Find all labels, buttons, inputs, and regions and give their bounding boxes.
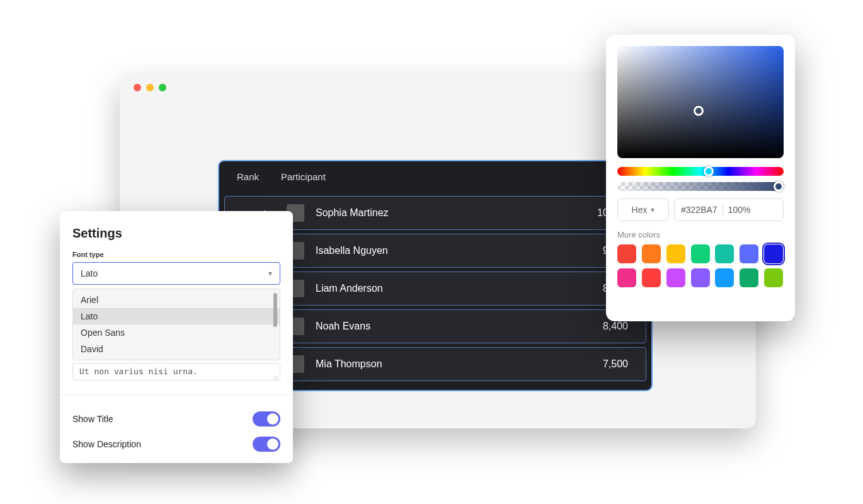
font-option[interactable]: David (73, 341, 280, 357)
minimize-dot-icon[interactable] (146, 84, 154, 91)
hex-input-group[interactable]: #322BA7 100% (674, 198, 784, 221)
cell-name: Sophia Martinez (316, 207, 578, 219)
dropdown-scrollbar[interactable] (273, 293, 277, 327)
font-type-select[interactable]: Lato ▾ (72, 262, 280, 285)
color-swatch[interactable] (740, 244, 758, 263)
saturation-value-area[interactable] (617, 46, 784, 158)
font-type-label: Font type (72, 251, 280, 258)
color-swatch[interactable] (666, 268, 685, 287)
color-swatch[interactable] (764, 268, 783, 287)
chevron-down-icon: ▾ (268, 269, 272, 278)
cell-name: Mia Thompson (316, 358, 578, 370)
table-header-row: Rank Participant Score (219, 161, 651, 192)
font-option[interactable]: Open Sans (73, 324, 280, 341)
sv-indicator[interactable] (694, 106, 704, 116)
alpha-slider[interactable] (617, 182, 784, 191)
color-swatch[interactable] (666, 244, 685, 263)
font-option[interactable]: Ariel (73, 292, 280, 308)
color-swatch[interactable] (715, 268, 734, 287)
color-swatch[interactable] (740, 268, 758, 287)
show-title-toggle[interactable] (253, 411, 280, 427)
color-swatch[interactable] (764, 244, 783, 263)
hue-slider[interactable] (617, 167, 784, 176)
show-description-label: Show Description (72, 439, 141, 449)
color-swatch[interactable] (617, 244, 636, 263)
color-format-value: Hex (632, 205, 648, 215)
color-swatch[interactable] (715, 244, 734, 263)
col-header-participant: Participant (281, 171, 583, 182)
swatch-grid (617, 244, 784, 287)
description-textarea[interactable] (72, 363, 280, 381)
hex-value[interactable]: #322BA7 (681, 205, 717, 215)
color-swatch[interactable] (691, 268, 710, 287)
color-swatch[interactable] (617, 268, 636, 287)
alpha-handle[interactable] (774, 181, 784, 192)
font-select-value: Lato (81, 268, 98, 278)
color-swatch[interactable] (642, 244, 661, 263)
maximize-dot-icon[interactable] (159, 84, 166, 91)
show-description-toggle[interactable] (253, 437, 280, 452)
color-swatch[interactable] (691, 244, 710, 263)
divider (723, 204, 723, 215)
cell-name: Liam Anderson (316, 283, 578, 294)
cell-name: Isabella Nguyen (316, 245, 578, 256)
color-picker-panel: Hex ▾ #322BA7 100% More colors (606, 35, 795, 321)
font-type-dropdown[interactable]: Ariel Lato Open Sans David (72, 289, 280, 360)
hue-handle[interactable] (704, 166, 714, 176)
cell-score: 8,400 (578, 321, 628, 332)
chevron-down-icon: ▾ (651, 205, 654, 214)
divider (60, 394, 293, 395)
color-swatch[interactable] (642, 268, 661, 287)
settings-title: Settings (72, 226, 280, 241)
show-title-label: Show Title (72, 414, 113, 424)
cell-name: Noah Evans (316, 321, 578, 332)
alpha-value[interactable]: 100% (728, 205, 751, 215)
font-option[interactable]: Lato (73, 308, 280, 324)
more-colors-label: More colors (617, 230, 784, 239)
col-header-rank: Rank (237, 171, 281, 182)
cell-score: 7,500 (578, 358, 628, 370)
settings-panel: Settings Font type Lato ▾ Ariel Lato Ope… (60, 211, 293, 463)
close-dot-icon[interactable] (134, 84, 141, 91)
color-format-select[interactable]: Hex ▾ (617, 198, 669, 221)
